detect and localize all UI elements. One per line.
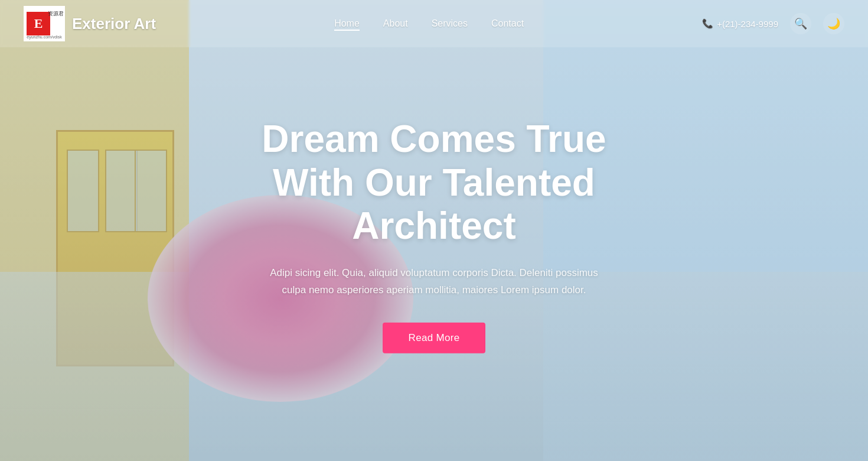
nav-link-home[interactable]: Home <box>334 18 360 31</box>
search-icon: 🔍 <box>794 17 807 30</box>
logo-chinese-text: 资源君 <box>48 11 64 17</box>
dark-mode-button[interactable]: 🌙 <box>823 13 844 34</box>
nav-item-services[interactable]: Services <box>432 18 468 29</box>
logo-letter: E <box>34 16 43 31</box>
phone-icon: 📞 <box>702 18 713 29</box>
nav-item-contact[interactable]: Contact <box>491 18 524 29</box>
nav-link-contact[interactable]: Contact <box>491 18 524 28</box>
logo-red-box: E <box>27 12 50 35</box>
hero-subtitle: Adipi sicing elit. Quia, aliquid volupta… <box>257 264 611 298</box>
nav-link-services[interactable]: Services <box>432 18 468 28</box>
hero-title: Dream Comes True With Our Talented Archi… <box>227 118 641 248</box>
brand-name: Exterior Art <box>72 15 156 33</box>
search-button[interactable]: 🔍 <box>790 13 811 34</box>
logo-url-text: eyunzhu.com/vdisk <box>24 35 65 39</box>
brand-logo: E 资源君 eyunzhu.com/vdisk <box>24 6 65 41</box>
nav-right: 📞 +(21)-234-9999 🔍 🌙 <box>702 13 844 34</box>
brand-logo-link[interactable]: E 资源君 eyunzhu.com/vdisk Exterior Art <box>24 6 156 41</box>
nav-link-about[interactable]: About <box>383 18 408 28</box>
hero-content: Dream Comes True With Our Talented Archi… <box>227 118 641 353</box>
dark-mode-icon: 🌙 <box>827 17 840 30</box>
navbar: E 资源君 eyunzhu.com/vdisk Exterior Art Hom… <box>0 0 868 47</box>
phone-number-text: +(21)-234-9999 <box>717 19 778 29</box>
nav-item-home[interactable]: Home <box>334 18 360 29</box>
phone-number: 📞 +(21)-234-9999 <box>702 18 778 29</box>
read-more-button[interactable]: Read More <box>383 322 486 353</box>
nav-links: Home About Services Contact <box>334 18 524 29</box>
nav-item-about[interactable]: About <box>383 18 408 29</box>
hero-section: E 资源君 eyunzhu.com/vdisk Exterior Art Hom… <box>0 0 868 461</box>
